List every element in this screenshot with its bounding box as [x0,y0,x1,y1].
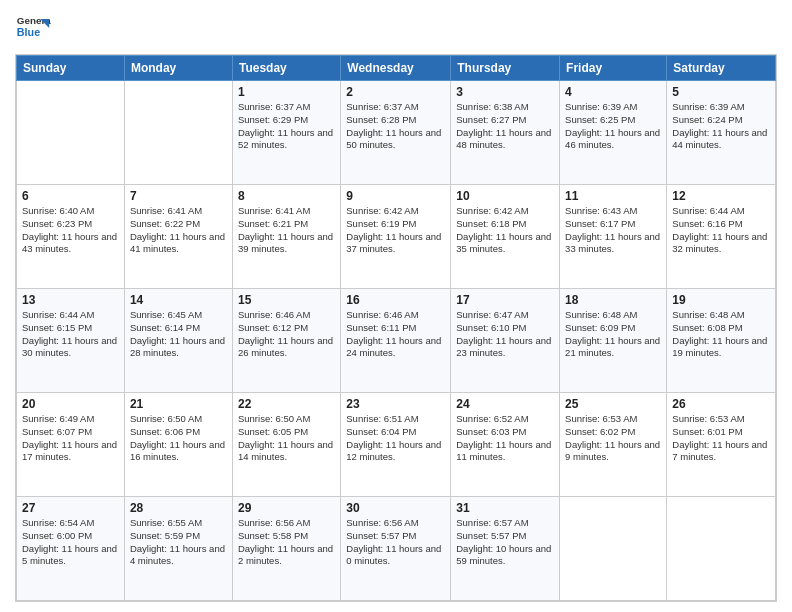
calendar-cell: 11Sunrise: 6:43 AM Sunset: 6:17 PM Dayli… [560,185,667,289]
day-number: 16 [346,293,445,307]
day-number: 7 [130,189,227,203]
cell-content: Sunrise: 6:47 AM Sunset: 6:10 PM Dayligh… [456,309,554,360]
cell-content: Sunrise: 6:38 AM Sunset: 6:27 PM Dayligh… [456,101,554,152]
cell-content: Sunrise: 6:55 AM Sunset: 5:59 PM Dayligh… [130,517,227,568]
cell-content: Sunrise: 6:42 AM Sunset: 6:18 PM Dayligh… [456,205,554,256]
cell-content: Sunrise: 6:57 AM Sunset: 5:57 PM Dayligh… [456,517,554,568]
day-number: 15 [238,293,335,307]
day-number: 22 [238,397,335,411]
day-number: 12 [672,189,770,203]
cell-content: Sunrise: 6:54 AM Sunset: 6:00 PM Dayligh… [22,517,119,568]
calendar-cell [17,81,125,185]
calendar-cell: 15Sunrise: 6:46 AM Sunset: 6:12 PM Dayli… [232,289,340,393]
calendar-cell: 19Sunrise: 6:48 AM Sunset: 6:08 PM Dayli… [667,289,776,393]
cell-content: Sunrise: 6:56 AM Sunset: 5:57 PM Dayligh… [346,517,445,568]
calendar-cell: 7Sunrise: 6:41 AM Sunset: 6:22 PM Daylig… [124,185,232,289]
calendar-cell: 5Sunrise: 6:39 AM Sunset: 6:24 PM Daylig… [667,81,776,185]
calendar-cell: 13Sunrise: 6:44 AM Sunset: 6:15 PM Dayli… [17,289,125,393]
day-number: 14 [130,293,227,307]
cell-content: Sunrise: 6:48 AM Sunset: 6:09 PM Dayligh… [565,309,661,360]
calendar-cell: 16Sunrise: 6:46 AM Sunset: 6:11 PM Dayli… [341,289,451,393]
day-number: 19 [672,293,770,307]
calendar-cell: 10Sunrise: 6:42 AM Sunset: 6:18 PM Dayli… [451,185,560,289]
calendar-cell: 25Sunrise: 6:53 AM Sunset: 6:02 PM Dayli… [560,393,667,497]
cell-content: Sunrise: 6:41 AM Sunset: 6:22 PM Dayligh… [130,205,227,256]
cell-content: Sunrise: 6:39 AM Sunset: 6:24 PM Dayligh… [672,101,770,152]
calendar-cell: 31Sunrise: 6:57 AM Sunset: 5:57 PM Dayli… [451,497,560,601]
cell-content: Sunrise: 6:37 AM Sunset: 6:28 PM Dayligh… [346,101,445,152]
day-number: 2 [346,85,445,99]
day-number: 30 [346,501,445,515]
day-number: 29 [238,501,335,515]
calendar-cell: 28Sunrise: 6:55 AM Sunset: 5:59 PM Dayli… [124,497,232,601]
calendar-week-row: 13Sunrise: 6:44 AM Sunset: 6:15 PM Dayli… [17,289,776,393]
calendar-cell: 14Sunrise: 6:45 AM Sunset: 6:14 PM Dayli… [124,289,232,393]
calendar-body: 1Sunrise: 6:37 AM Sunset: 6:29 PM Daylig… [17,81,776,601]
day-of-week-header: Wednesday [341,56,451,81]
day-number: 5 [672,85,770,99]
day-of-week-header: Thursday [451,56,560,81]
cell-content: Sunrise: 6:40 AM Sunset: 6:23 PM Dayligh… [22,205,119,256]
cell-content: Sunrise: 6:42 AM Sunset: 6:19 PM Dayligh… [346,205,445,256]
day-number: 20 [22,397,119,411]
cell-content: Sunrise: 6:50 AM Sunset: 6:06 PM Dayligh… [130,413,227,464]
calendar-cell: 21Sunrise: 6:50 AM Sunset: 6:06 PM Dayli… [124,393,232,497]
day-of-week-header: Friday [560,56,667,81]
day-number: 10 [456,189,554,203]
calendar-week-row: 20Sunrise: 6:49 AM Sunset: 6:07 PM Dayli… [17,393,776,497]
day-number: 18 [565,293,661,307]
calendar-cell: 17Sunrise: 6:47 AM Sunset: 6:10 PM Dayli… [451,289,560,393]
cell-content: Sunrise: 6:44 AM Sunset: 6:16 PM Dayligh… [672,205,770,256]
svg-text:Blue: Blue [17,26,40,38]
cell-content: Sunrise: 6:53 AM Sunset: 6:02 PM Dayligh… [565,413,661,464]
day-number: 6 [22,189,119,203]
day-number: 17 [456,293,554,307]
calendar-week-row: 1Sunrise: 6:37 AM Sunset: 6:29 PM Daylig… [17,81,776,185]
calendar-cell: 12Sunrise: 6:44 AM Sunset: 6:16 PM Dayli… [667,185,776,289]
calendar-cell: 29Sunrise: 6:56 AM Sunset: 5:58 PM Dayli… [232,497,340,601]
day-number: 4 [565,85,661,99]
cell-content: Sunrise: 6:46 AM Sunset: 6:12 PM Dayligh… [238,309,335,360]
day-number: 3 [456,85,554,99]
day-number: 26 [672,397,770,411]
day-number: 31 [456,501,554,515]
calendar-week-row: 27Sunrise: 6:54 AM Sunset: 6:00 PM Dayli… [17,497,776,601]
cell-content: Sunrise: 6:37 AM Sunset: 6:29 PM Dayligh… [238,101,335,152]
day-number: 8 [238,189,335,203]
cell-content: Sunrise: 6:53 AM Sunset: 6:01 PM Dayligh… [672,413,770,464]
calendar: SundayMondayTuesdayWednesdayThursdayFrid… [15,54,777,602]
cell-content: Sunrise: 6:41 AM Sunset: 6:21 PM Dayligh… [238,205,335,256]
cell-content: Sunrise: 6:45 AM Sunset: 6:14 PM Dayligh… [130,309,227,360]
day-number: 11 [565,189,661,203]
day-number: 13 [22,293,119,307]
cell-content: Sunrise: 6:56 AM Sunset: 5:58 PM Dayligh… [238,517,335,568]
calendar-cell [667,497,776,601]
day-of-week-header: Monday [124,56,232,81]
cell-content: Sunrise: 6:49 AM Sunset: 6:07 PM Dayligh… [22,413,119,464]
calendar-cell: 20Sunrise: 6:49 AM Sunset: 6:07 PM Dayli… [17,393,125,497]
calendar-cell [560,497,667,601]
calendar-cell: 23Sunrise: 6:51 AM Sunset: 6:04 PM Dayli… [341,393,451,497]
calendar-cell: 18Sunrise: 6:48 AM Sunset: 6:09 PM Dayli… [560,289,667,393]
calendar-cell: 4Sunrise: 6:39 AM Sunset: 6:25 PM Daylig… [560,81,667,185]
calendar-cell: 22Sunrise: 6:50 AM Sunset: 6:05 PM Dayli… [232,393,340,497]
day-number: 24 [456,397,554,411]
days-of-week-row: SundayMondayTuesdayWednesdayThursdayFrid… [17,56,776,81]
calendar-cell: 2Sunrise: 6:37 AM Sunset: 6:28 PM Daylig… [341,81,451,185]
calendar-cell: 3Sunrise: 6:38 AM Sunset: 6:27 PM Daylig… [451,81,560,185]
calendar-cell: 8Sunrise: 6:41 AM Sunset: 6:21 PM Daylig… [232,185,340,289]
cell-content: Sunrise: 6:44 AM Sunset: 6:15 PM Dayligh… [22,309,119,360]
day-number: 27 [22,501,119,515]
calendar-cell: 26Sunrise: 6:53 AM Sunset: 6:01 PM Dayli… [667,393,776,497]
calendar-cell: 1Sunrise: 6:37 AM Sunset: 6:29 PM Daylig… [232,81,340,185]
header: General Blue [15,10,777,46]
logo: General Blue [15,10,55,46]
day-number: 25 [565,397,661,411]
cell-content: Sunrise: 6:51 AM Sunset: 6:04 PM Dayligh… [346,413,445,464]
day-number: 9 [346,189,445,203]
cell-content: Sunrise: 6:46 AM Sunset: 6:11 PM Dayligh… [346,309,445,360]
calendar-cell: 6Sunrise: 6:40 AM Sunset: 6:23 PM Daylig… [17,185,125,289]
calendar-cell: 24Sunrise: 6:52 AM Sunset: 6:03 PM Dayli… [451,393,560,497]
page: General Blue SundayMondayTuesdayWednesda… [0,0,792,612]
cell-content: Sunrise: 6:39 AM Sunset: 6:25 PM Dayligh… [565,101,661,152]
